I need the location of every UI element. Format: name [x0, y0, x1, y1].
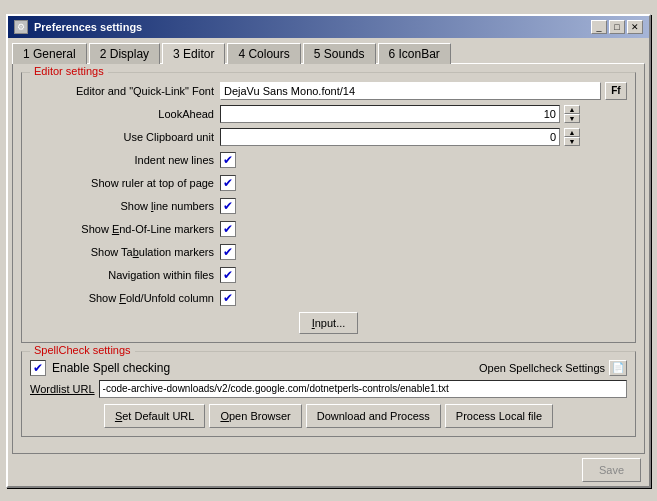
navigation-label: Navigation within files [30, 269, 220, 281]
lookahead-up-button[interactable]: ▲ [564, 105, 580, 114]
tabulation-checkbox[interactable]: ✔ [220, 244, 236, 260]
open-spellcheck-area: Open Spellcheck Settings 📄 [479, 360, 627, 376]
minimize-button[interactable]: _ [591, 20, 607, 34]
indent-checkbox[interactable]: ✔ [220, 152, 236, 168]
ruler-check-area: ✔ [220, 175, 627, 191]
spellcheck-top-row: ✔ Enable Spell checking Open Spellcheck … [30, 360, 627, 376]
close-button[interactable]: ✕ [627, 20, 643, 34]
input-btn-row: Input... [30, 312, 627, 334]
set-default-url-button[interactable]: Set Default URL [104, 404, 206, 428]
ruler-label: Show ruler at top of page [30, 177, 220, 189]
process-local-button[interactable]: Process Local file [445, 404, 553, 428]
clipboard-up-button[interactable]: ▲ [564, 128, 580, 137]
ruler-checkbox[interactable]: ✔ [220, 175, 236, 191]
editor-settings-label: Editor settings [30, 65, 108, 77]
font-input[interactable] [220, 82, 601, 100]
preferences-window: ⚙ Preferences settings _ □ ✕ 1 General 2… [6, 14, 651, 488]
lookahead-down-button[interactable]: ▼ [564, 114, 580, 123]
tabulation-check-area: ✔ [220, 244, 627, 260]
line-numbers-label: Show line numbers [30, 200, 220, 212]
spellcheck-settings-group: SpellCheck settings ✔ Enable Spell check… [21, 351, 636, 437]
download-and-process-button[interactable]: Download and Process [306, 404, 441, 428]
fold-row: Show Fold/Unfold column ✔ [30, 288, 627, 308]
maximize-button[interactable]: □ [609, 20, 625, 34]
tabulation-label: Show Tabulation markers [30, 246, 220, 258]
navigation-row: Navigation within files ✔ [30, 265, 627, 285]
clipboard-row: Use Clipboard unit ▲ ▼ [30, 127, 627, 147]
font-value-area: Ff [220, 82, 627, 100]
navigation-checkbox[interactable]: ✔ [220, 267, 236, 283]
line-numbers-checkbox[interactable]: ✔ [220, 198, 236, 214]
spellcheck-enable-area: ✔ Enable Spell checking [30, 360, 170, 376]
tab-iconbar[interactable]: 6 IconBar [378, 43, 451, 64]
eol-checkbox[interactable]: ✔ [220, 221, 236, 237]
tab-bar: 1 General 2 Display 3 Editor 4 Colours 5… [8, 38, 649, 63]
title-bar: ⚙ Preferences settings _ □ ✕ [8, 16, 649, 38]
save-button[interactable]: Save [582, 458, 641, 482]
fold-checkbox[interactable]: ✔ [220, 290, 236, 306]
title-bar-controls: _ □ ✕ [591, 20, 643, 34]
eol-label: Show End-Of-Line markers [30, 223, 220, 235]
lookahead-input[interactable] [220, 105, 560, 123]
tab-editor[interactable]: 3 Editor [162, 43, 225, 64]
lookahead-row: LookAhead ▲ ▼ [30, 104, 627, 124]
lookahead-value-area: ▲ ▼ [220, 105, 627, 123]
navigation-check-area: ✔ [220, 267, 627, 283]
clipboard-value-area: ▲ ▼ [220, 128, 627, 146]
line-numbers-check-area: ✔ [220, 198, 627, 214]
main-panel: Editor settings Editor and "Quick-Link" … [12, 63, 645, 454]
font-label: Editor and "Quick-Link" Font [30, 85, 220, 97]
line-numbers-row: Show line numbers ✔ [30, 196, 627, 216]
wordlist-label: Wordlist URL [30, 383, 95, 395]
lookahead-label: LookAhead [30, 108, 220, 120]
spellcheck-settings-label: SpellCheck settings [30, 344, 135, 356]
tab-general[interactable]: 1 General [12, 43, 87, 64]
tab-display[interactable]: 2 Display [89, 43, 160, 64]
input-button[interactable]: Input... [299, 312, 359, 334]
spellcheck-checkbox[interactable]: ✔ [30, 360, 46, 376]
clipboard-label: Use Clipboard unit [30, 131, 220, 143]
fold-check-area: ✔ [220, 290, 627, 306]
indent-check-area: ✔ [220, 152, 627, 168]
indent-label: Indent new lines [30, 154, 220, 166]
eol-row: Show End-Of-Line markers ✔ [30, 219, 627, 239]
clipboard-input[interactable] [220, 128, 560, 146]
font-row: Editor and "Quick-Link" Font Ff [30, 81, 627, 101]
action-buttons-row: Set Default URL Open Browser Download an… [30, 404, 627, 428]
lookahead-spinner: ▲ ▼ [564, 105, 580, 123]
window-icon: ⚙ [14, 20, 28, 34]
wordlist-row: Wordlist URL [30, 380, 627, 398]
bottom-bar: Save [8, 454, 649, 486]
open-spellcheck-button[interactable]: 📄 [609, 360, 627, 376]
editor-settings-group: Editor settings Editor and "Quick-Link" … [21, 72, 636, 343]
clipboard-down-button[interactable]: ▼ [564, 137, 580, 146]
spellcheck-enable-label: Enable Spell checking [52, 361, 170, 375]
window-title: Preferences settings [34, 21, 142, 33]
fold-label: Show Fold/Unfold column [30, 292, 220, 304]
clipboard-spinner: ▲ ▼ [564, 128, 580, 146]
indent-row: Indent new lines ✔ [30, 150, 627, 170]
tab-sounds[interactable]: 5 Sounds [303, 43, 376, 64]
wordlist-input[interactable] [99, 380, 627, 398]
font-browse-button[interactable]: Ff [605, 82, 627, 100]
ruler-row: Show ruler at top of page ✔ [30, 173, 627, 193]
title-bar-left: ⚙ Preferences settings [14, 20, 142, 34]
eol-check-area: ✔ [220, 221, 627, 237]
tabulation-row: Show Tabulation markers ✔ [30, 242, 627, 262]
open-browser-button[interactable]: Open Browser [209, 404, 301, 428]
open-spellcheck-label: Open Spellcheck Settings [479, 362, 605, 374]
tab-colours[interactable]: 4 Colours [227, 43, 300, 64]
